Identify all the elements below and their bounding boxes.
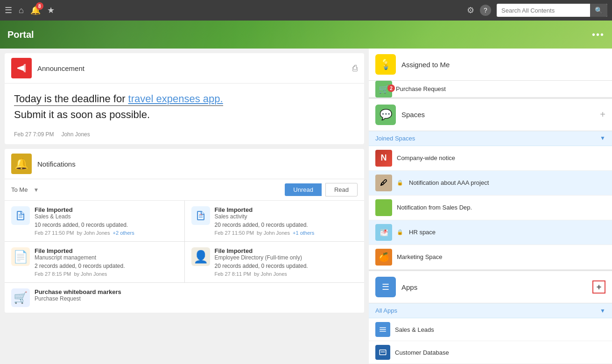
app-icon-sales [375,322,390,337]
notifications-filter-bar: To Me ▼ Unread Read [5,179,364,201]
notif-body-2: File Imported Sales activity 20 records … [215,206,358,236]
app-name-1: Customer Database [395,349,449,356]
space-name-4: Marketing Space [397,253,443,260]
notification-item[interactable]: 📄 File Imported Manuscript management 2 … [5,242,184,282]
announcement-headline: Today is the deadline for travel expense… [14,93,223,106]
apps-section: ☰ Apps + All Apps ▼ Sales & Leads Custom… [369,271,612,364]
apps-dropdown[interactable]: All Apps ▼ [369,303,612,318]
notification-item[interactable]: File Imported Sales & Leads 10 records a… [5,201,184,241]
apps-title: Apps [401,283,417,291]
spaces-icon-wrap: 💬 [375,105,396,125]
svg-rect-1 [199,217,203,217]
app-item-0[interactable]: Sales & Leads [369,318,612,341]
notification-item-last[interactable]: 🛒 Purchase whiteboard markers Purchase R… [5,282,364,313]
notif-file-icon-3: 📄 [11,247,30,266]
purchase-notif-icon: 🛒 [11,288,30,307]
top-navigation: ☰ ⌂ 🔔 8 ★ ⚙ ? 🔍 [0,0,612,21]
spaces-header: 💬 Spaces + [369,99,612,131]
notif-file-icon-2 [191,206,210,225]
bell-icon: 🔔 [14,157,28,170]
announcement-meta: Feb 27 7:09 PM John Jones [5,127,364,144]
unread-button[interactable]: Unread [285,183,322,196]
notifications-nav-icon[interactable]: 🔔 8 [30,5,41,15]
space-name-0: Company-wide notice [397,154,455,161]
notifications-grid: File Imported Sales & Leads 10 records a… [5,201,364,282]
app-item-1[interactable]: Customer Database [369,341,612,364]
notification-item[interactable]: 👤 File Imported Employee Directory (Full… [185,242,365,282]
announcement-subtext: Submit it as soon as possible. [14,109,355,121]
apps-header: ☰ Apps + [369,271,612,303]
notif-body-4: File Imported Employee Directory (Full-t… [215,247,358,277]
portal-banner: Portal ••• [0,21,612,49]
home-icon[interactable]: ⌂ [19,6,24,15]
space-name-3: HR space [409,229,436,236]
apps-icon-wrap: ☰ [375,277,396,297]
favorites-icon[interactable]: ★ [47,5,55,15]
announcement-card: Announcement ⎙ Today is the deadline for… [5,53,364,144]
space-thumb-sales [375,199,392,216]
left-panel: Announcement ⎙ Today is the deadline for… [0,49,369,364]
purchase-request-item[interactable]: 🛒 2 Purchase Request [369,81,612,98]
notif-body-1: File Imported Sales & Leads 10 records a… [35,206,178,236]
search-button[interactable]: 🔍 [590,4,607,17]
space-name-1: Notification about AAA project [409,179,489,186]
space-thumb-company: N [375,150,392,167]
spaces-dropdown[interactable]: Joined Spaces ▼ [369,131,612,146]
main-layout: Announcement ⎙ Today is the deadline for… [0,49,612,364]
settings-icon[interactable]: ⚙ [467,5,474,15]
space-thumb-hr: 🌁 [375,224,392,241]
announcement-link[interactable]: travel expenses app. [128,93,223,105]
lightbulb-icon-wrap: 💡 [375,54,396,75]
lock-icon-1: 🔒 [397,180,403,186]
notification-item[interactable]: File Imported Sales activity 20 records … [185,201,365,241]
space-item[interactable]: Notification from Sales Dep. [369,196,612,220]
notifications-icon-wrap: 🔔 [11,154,32,174]
spaces-chevron-icon: ▼ [600,135,605,141]
notifications-title: Notifications [37,160,76,168]
manuscript-icon: 📄 [13,250,28,264]
notif-file-icon-4: 👤 [191,247,210,266]
space-item[interactable]: N Company-wide notice [369,146,612,171]
notif-last-body: Purchase whiteboard markers Purchase Req… [35,288,358,302]
app-name-0: Sales & Leads [395,326,434,333]
read-button[interactable]: Read [325,183,358,196]
announcement-author: John Jones [61,131,90,138]
contacts-icon: 👤 [193,250,208,264]
announcement-date: Feb 27 7:09 PM [14,131,54,138]
notif-file-icon-1 [11,206,30,225]
space-item[interactable]: 🌁 🔒 HR space [369,220,612,245]
assigned-to-me-header: 💡 Assigned to Me [369,49,612,81]
apps-dropdown-label: All Apps [375,307,600,314]
purchase-request-label: Purchase Request [396,85,446,92]
top-nav-right: ⚙ ? 🔍 [467,4,607,17]
notifications-card: 🔔 Notifications To Me ▼ Unread Read [5,149,364,313]
search-input[interactable] [497,5,590,16]
announcement-title: Announcement [37,64,84,72]
apps-add-button[interactable]: + [592,280,605,294]
svg-rect-0 [199,216,203,216]
hamburger-icon[interactable]: ☰ [5,5,12,15]
right-panel: 💡 Assigned to Me 🛒 2 Purchase Request 💬 … [369,49,612,364]
announcement-body: Today is the deadline for travel expense… [5,84,364,127]
app-icon-customers [375,345,390,360]
spaces-dropdown-label: Joined Spaces [375,135,600,142]
space-thumb-aaa: 🖊 [375,175,392,191]
purchase-request-badge: 2 [387,84,395,92]
announcement-header: Announcement ⎙ [5,53,364,84]
notification-badge: 8 [36,2,43,10]
filter-chevron-icon[interactable]: ▼ [33,187,39,193]
lock-icon-2: 🔒 [397,229,403,235]
banner-more-button[interactable]: ••• [592,29,605,40]
spaces-section: 💬 Spaces + Joined Spaces ▼ N Company-wid… [369,99,612,270]
spaces-add-icon[interactable]: + [600,109,605,120]
megaphone-icon [16,63,27,74]
assigned-to-me-title: Assigned to Me [401,61,450,69]
notifications-header: 🔔 Notifications [5,149,364,179]
filter-tome-label: To Me [11,186,28,193]
space-item[interactable]: 🖊 🔒 Notification about AAA project [369,171,612,196]
help-icon[interactable]: ? [480,5,491,16]
space-item[interactable]: 🍊 Marketing Space [369,245,612,270]
spaces-title: Spaces [401,111,425,119]
announcement-icon [11,58,32,78]
announcement-edit-icon[interactable]: ⎙ [352,63,358,73]
